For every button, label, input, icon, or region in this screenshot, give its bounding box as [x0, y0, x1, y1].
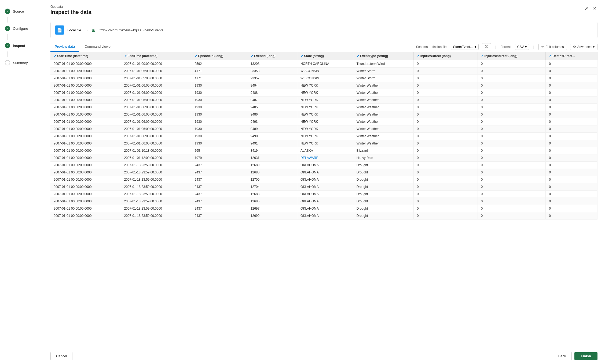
finish-button[interactable]: Finish: [574, 352, 597, 360]
sidebar-item-inspect-label: Inspect: [13, 44, 25, 48]
cell-2-1: 2007-01-01 05:00:00.0000: [121, 75, 191, 82]
cell-1-3: 23358: [247, 68, 297, 75]
cell-11-0: 2007-01-01 00:00:00.0000: [50, 140, 121, 147]
main-content: Get data Inspect the data ⤢ ✕ 📄 Local fi…: [43, 0, 605, 364]
file-path-label: trdp-5d9gmufxrz4uswkq3.z8/hello/Events: [100, 28, 163, 32]
cell-5-2: 1930: [191, 96, 247, 104]
sidebar-item-source[interactable]: ✓ Source: [0, 5, 43, 17]
tab-command[interactable]: Command viewer: [80, 42, 116, 52]
table-row: 2007-01-01 00:00:00.00002007-01-01 06:00…: [50, 133, 597, 140]
cell-12-8: 0: [546, 147, 597, 154]
cell-0-4: NORTH CAROLINA: [297, 60, 353, 68]
cell-1-0: 2007-01-01 00:00:00.0000: [50, 68, 121, 75]
table-row: 2007-01-01 00:00:00.00002007-01-18 23:59…: [50, 169, 597, 176]
cell-15-4: OKLAHOMA: [297, 169, 353, 176]
edit-columns-button[interactable]: ✏ Edit columns: [538, 44, 567, 50]
table-icon: ⊞: [92, 28, 95, 33]
advanced-button[interactable]: ⚙ Advanced ▾: [570, 44, 597, 50]
cell-13-2: 1979: [191, 154, 247, 162]
cell-5-8: 0: [546, 96, 597, 104]
sidebar-item-summary-label: Summary: [13, 61, 28, 65]
cell-7-1: 2007-01-01 06:00:00.0000: [121, 111, 191, 118]
col-type-icon-0: ↗: [54, 54, 56, 58]
cell-16-3: 12700: [247, 176, 297, 183]
cell-9-7: 0: [478, 125, 546, 133]
format-label: Format:: [501, 45, 512, 49]
cell-9-8: 0: [546, 125, 597, 133]
cell-19-8: 0: [546, 198, 597, 205]
cell-17-6: 0: [413, 183, 478, 191]
edit-columns-label: Edit columns: [545, 45, 564, 49]
cell-3-7: 0: [478, 82, 546, 89]
cell-13-6: 0: [413, 154, 478, 162]
cell-8-8: 0: [546, 118, 597, 125]
cell-14-0: 2007-01-01 00:00:00.0000: [50, 162, 121, 169]
cell-11-6: 0: [413, 140, 478, 147]
cell-18-6: 0: [413, 191, 478, 198]
col-type-icon-1: ↗: [124, 54, 127, 58]
cancel-button[interactable]: Cancel: [50, 352, 72, 360]
cell-4-1: 2007-01-01 06:00:00.0000: [121, 89, 191, 96]
schema-dropdown[interactable]: StormEvent.... ▾: [451, 44, 479, 50]
cell-11-8: 0: [546, 140, 597, 147]
cell-2-7: 0: [478, 75, 546, 82]
table-row: 2007-01-01 00:00:00.00002007-01-01 05:00…: [50, 75, 597, 82]
gear-icon: ⚙: [573, 45, 576, 49]
sidebar-item-inspect[interactable]: ✓ Inspect: [0, 40, 43, 51]
cell-4-2: 1930: [191, 89, 247, 96]
cell-6-2: 1930: [191, 104, 247, 111]
cell-15-7: 0: [478, 169, 546, 176]
cell-16-8: 0: [546, 176, 597, 183]
cell-10-1: 2007-01-01 06:00:00.0000: [121, 133, 191, 140]
col-header-5: ↗EventType (string): [353, 52, 413, 60]
cell-15-6: 0: [413, 169, 478, 176]
cell-9-4: NEW YORK: [297, 125, 353, 133]
right-buttons: Back Finish: [553, 352, 597, 360]
cell-19-7: 0: [478, 198, 546, 205]
cell-11-4: NEW YORK: [297, 140, 353, 147]
format-dropdown[interactable]: CSV ▾: [515, 44, 529, 50]
col-type-icon-2: ↗: [195, 54, 197, 58]
table-row: 2007-01-01 00:00:00.00002007-01-01 12:00…: [50, 154, 597, 162]
cell-4-7: 0: [478, 89, 546, 96]
table-row: 2007-01-01 00:00:00.00002007-01-18 23:59…: [50, 183, 597, 191]
cell-17-1: 2007-01-18 23:59:00.0000: [121, 183, 191, 191]
table-row: 2007-01-01 00:00:00.00002007-01-01 06:00…: [50, 125, 597, 133]
cell-3-6: 0: [413, 82, 478, 89]
cell-21-2: 2437: [191, 212, 247, 220]
cell-10-6: 0: [413, 133, 478, 140]
separator-2: |: [533, 45, 534, 49]
cell-6-8: 0: [546, 104, 597, 111]
close-button[interactable]: ✕: [592, 5, 597, 12]
cell-17-5: Drought: [353, 183, 413, 191]
cell-2-8: 0: [546, 75, 597, 82]
cell-11-3: 9491: [247, 140, 297, 147]
col-header-4: ↗State (string): [297, 52, 353, 60]
cell-2-2: 4171: [191, 75, 247, 82]
cell-1-5: Winter Storm: [353, 68, 413, 75]
cell-14-7: 0: [478, 162, 546, 169]
cell-14-3: 12689: [247, 162, 297, 169]
format-value: CSV: [517, 45, 524, 49]
sidebar-item-summary[interactable]: Summary: [0, 57, 43, 69]
back-button[interactable]: Back: [553, 352, 572, 360]
cell-14-1: 2007-01-18 23:59:00.0000: [121, 162, 191, 169]
cell-16-0: 2007-01-01 00:00:00.0000: [50, 176, 121, 183]
cell-17-4: OKLAHOMA: [297, 183, 353, 191]
cell-9-6: 0: [413, 125, 478, 133]
schema-info-button[interactable]: ⓘ: [482, 43, 491, 50]
cell-9-0: 2007-01-01 00:00:00.0000: [50, 125, 121, 133]
cell-17-0: 2007-01-01 00:00:00.0000: [50, 183, 121, 191]
data-table-container[interactable]: ↗StartTime (datetime)↗EndTime (datetime)…: [50, 52, 597, 348]
cell-10-0: 2007-01-01 00:00:00.0000: [50, 133, 121, 140]
file-icon: 📄: [55, 25, 64, 35]
cell-7-6: 0: [413, 111, 478, 118]
header-actions: ⤢ ✕: [584, 5, 597, 12]
maximize-button[interactable]: ⤢: [584, 5, 589, 12]
tab-preview[interactable]: Preview data: [50, 42, 79, 52]
cell-21-6: 0: [413, 212, 478, 220]
cell-16-5: Drought: [353, 176, 413, 183]
cell-15-2: 2437: [191, 169, 247, 176]
cell-20-1: 2007-01-18 23:59:00.0000: [121, 205, 191, 212]
sidebar-item-configure[interactable]: ✓ Configure: [0, 23, 43, 34]
